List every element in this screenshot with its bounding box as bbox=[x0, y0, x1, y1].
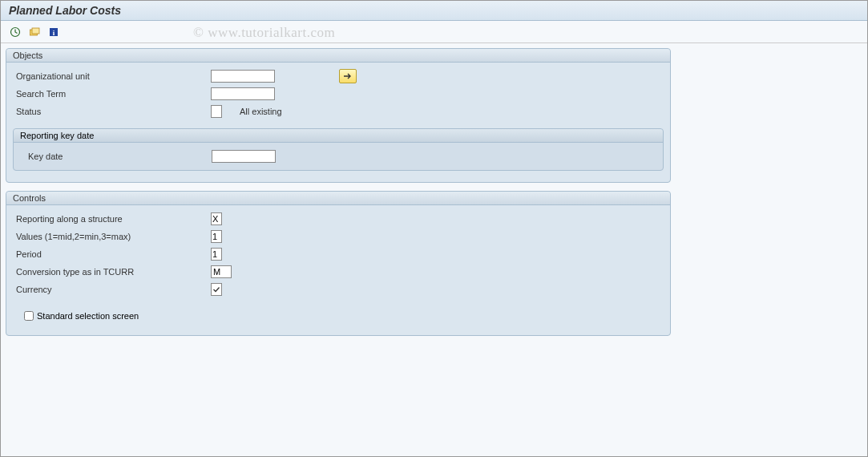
std-selection-checkbox[interactable] bbox=[24, 311, 34, 321]
currency-label: Currency bbox=[14, 285, 211, 294]
objects-group-title: Objects bbox=[6, 49, 670, 63]
info-icon: i bbox=[48, 26, 59, 38]
search-term-input[interactable] bbox=[211, 87, 275, 100]
execute-button[interactable] bbox=[7, 25, 23, 39]
status-label: Status bbox=[14, 107, 211, 116]
conv-type-input[interactable] bbox=[211, 265, 232, 278]
info-button[interactable]: i bbox=[46, 25, 62, 39]
period-label: Period bbox=[14, 249, 211, 259]
std-selection-label[interactable]: Standard selection screen bbox=[37, 311, 139, 321]
rep-structure-input[interactable] bbox=[211, 212, 222, 225]
org-unit-label: Organizational unit bbox=[14, 71, 211, 81]
reporting-key-date-group: Reporting key date Key date bbox=[13, 128, 664, 171]
clock-execute-icon bbox=[10, 26, 21, 38]
svg-rect-2 bbox=[32, 28, 39, 34]
key-date-input[interactable] bbox=[212, 150, 276, 163]
page-title: Planned Labor Costs bbox=[1, 1, 867, 21]
values-input[interactable] bbox=[211, 230, 222, 243]
period-input[interactable] bbox=[211, 248, 222, 261]
currency-checkbox[interactable] bbox=[211, 283, 222, 296]
controls-group-title: Controls bbox=[6, 192, 670, 205]
key-date-label: Key date bbox=[22, 152, 212, 161]
org-unit-input[interactable] bbox=[211, 70, 275, 83]
status-text: All existing bbox=[240, 107, 282, 116]
folder-variant-icon bbox=[29, 26, 40, 38]
content-area: Objects Organizational unit Search Term … bbox=[1, 43, 867, 457]
reporting-key-date-title: Reporting key date bbox=[14, 129, 663, 143]
objects-group: Objects Organizational unit Search Term … bbox=[6, 48, 671, 183]
values-label: Values (1=mid,2=min,3=max) bbox=[14, 232, 211, 241]
controls-group: Controls Reporting along a structure Val… bbox=[6, 191, 671, 336]
get-variant-button[interactable] bbox=[26, 25, 42, 39]
status-input[interactable] bbox=[211, 105, 222, 118]
multiple-selection-button[interactable] bbox=[339, 69, 357, 83]
rep-structure-label: Reporting along a structure bbox=[14, 214, 211, 224]
arrow-right-icon bbox=[343, 72, 353, 80]
search-term-label: Search Term bbox=[14, 89, 211, 99]
checkmark-icon bbox=[212, 285, 220, 293]
toolbar: i bbox=[1, 21, 867, 43]
conv-type-label: Conversion type as in TCURR bbox=[14, 267, 211, 277]
